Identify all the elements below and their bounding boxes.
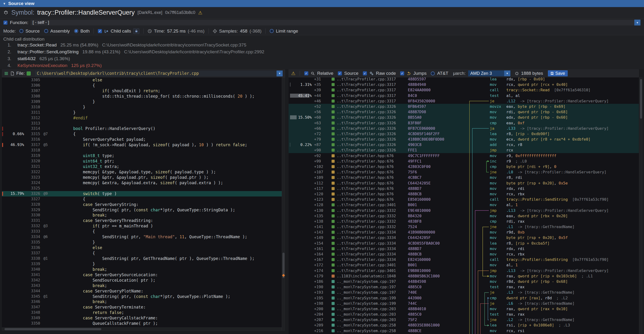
source-line-3343[interactable]: 3343 break;: [2, 283, 282, 289]
asm-row-+141[interactable]: +141..t\TracyProfiler.cpp:33327524jne.L1…: [288, 224, 639, 229]
source-line-3308[interactable]: 3308 std::this_thread::sleep_for( std::c…: [2, 94, 282, 99]
source-line-3321[interactable]: 3321 uint32_t extra;: [2, 164, 282, 169]
source-location[interactable]: ..1103\include\atomic:1048: [337, 273, 396, 279]
asm-row-+186[interactable]: +186.._mon\TracySystem.cpp:197448B4598mo…: [288, 279, 639, 284]
child-calls-checkbox[interactable]: ✓: [98, 29, 102, 33]
asm-row-+130[interactable]: +130..t\TracyProfiler.cpp:3332E9E4010000…: [288, 208, 639, 213]
chevron-down-icon[interactable]: ▼: [504, 71, 510, 76]
source-line-3346[interactable]: 3346 break;: [2, 299, 282, 305]
source-location[interactable]: ..t\TracyProfiler.cpp:3332: [337, 213, 396, 219]
source-location[interactable]: ..t\TracyProfiler.hpp:676: [337, 175, 394, 180]
asm-row-+138[interactable]: +138..t\TracyProfiler.cpp:3332483BF8cmpr…: [288, 219, 639, 224]
source-line-3305[interactable]: 3305 else: [2, 77, 282, 83]
asm-row-+149[interactable]: +149..t\TracyProfiler.cpp:3334C64424205F…: [288, 235, 639, 240]
asm-row-+195[interactable]: +195.._mon\TracySystem.cpp:199443900cmpd…: [288, 295, 639, 301]
chevron-down-icon[interactable]: ▼: [634, 19, 640, 25]
asm-row-+135[interactable]: +135..t\TracyProfiler.cpp:33328B4320move…: [288, 213, 639, 219]
source-line-3337[interactable]: 3337 {: [2, 251, 282, 256]
source-location[interactable]: ..t\TracyProfiler.cpp:3326: [337, 104, 396, 109]
scrollbar-thumb[interactable]: [4, 328, 101, 330]
child-call-entry[interactable]: 4. KeSynchronizeExecution 125 μs (0.27%): [3, 63, 644, 69]
limit-range-label[interactable]: Limit range: [276, 28, 298, 34]
asm-row-+154[interactable]: +154..t\TracyProfiler.cpp:33344C8D055FBA…: [288, 241, 639, 246]
lock-button[interactable]: [133, 28, 139, 34]
asm-row-+209[interactable]: +209.._mon\TracySystem.cpp:258488D35E886…: [288, 323, 639, 328]
source-location[interactable]: ..t\TracyProfiler.hpp:676: [337, 180, 394, 186]
source-location[interactable]: .._mon\TracySystem.cpp:197: [337, 284, 396, 290]
asm-row-+198[interactable]: +198.._mon\TracySystem.cpp:199744Cje.L6 …: [288, 301, 639, 306]
source-location[interactable]: ..t\TracyProfiler.cpp:3326: [337, 137, 396, 142]
att-label[interactable]: AT&T: [437, 71, 448, 76]
source-line-3328[interactable]: 3328 case ServerQueryString:: [2, 202, 282, 207]
source-line-3316[interactable]: 3316 ServerQueryPacket payload;: [2, 137, 282, 142]
source-line-3331[interactable]: 3331 case ServerQueryThreadString:: [2, 218, 282, 223]
asm-row-+172[interactable]: +172..t\TracyProfiler.cpp:3401B001moval,…: [288, 262, 639, 268]
source-line-3314[interactable]: 3314bool Profiler::HandleServerQuery(): [2, 126, 282, 131]
source-line-3338[interactable]: 3338@1 SendString( ptr, GetThreadName( p…: [2, 256, 282, 261]
source-location[interactable]: ..t\TracyProfiler.cpp:3317: [337, 93, 396, 98]
source-location[interactable]: ..t\TracyProfiler.cpp:3334: [337, 251, 396, 257]
source-horizontal-scrollbar[interactable]: [2, 328, 282, 331]
list-icon[interactable]: [4, 71, 8, 76]
source-location[interactable]: ..t\TracyProfiler.cpp:3326: [337, 120, 396, 126]
source-line-3344[interactable]: 3344 case ServerQueryPlotName:: [2, 289, 282, 294]
source-line-3333[interactable]: 3333 {: [2, 229, 282, 234]
source-location[interactable]: .._mon\TracySystem.cpp:258: [337, 323, 396, 328]
asm-warning-icon[interactable]: ⚠: [291, 71, 296, 76]
chevron-down-icon[interactable]: ▼: [276, 71, 283, 76]
raw-code-checkbox[interactable]: ✓: [363, 71, 367, 75]
source-line-3329[interactable]: 3329 SendString( ptr, (const char*)ptr, …: [2, 207, 282, 213]
collapse-icon[interactable]: ▼: [3, 2, 6, 5]
source-line-3315[interactable]: 0.66%3315@7{: [2, 131, 282, 137]
mode-radio-assembly-label[interactable]: Assembly: [50, 28, 70, 34]
source-location[interactable]: ..t\TracyProfiler.hpp:676: [337, 153, 394, 159]
asm-row-+143[interactable]: +143..t\TracyProfiler.cpp:333441B90B0000…: [288, 229, 639, 235]
source-location[interactable]: ..t\TracyProfiler.cpp:3401: [337, 202, 396, 208]
source-location[interactable]: ..t\TracyProfiler.cpp:3326: [337, 109, 396, 115]
source-location[interactable]: .._mon\TracySystem.cpp:197: [337, 290, 396, 295]
child-calls-label[interactable]: Child calls: [110, 28, 131, 34]
source-location[interactable]: ..t\TracyProfiler.cpp:3334: [337, 229, 396, 235]
asm-row-+200[interactable]: +200.._mon\TracySystem.cpp:203488B4010mo…: [288, 306, 639, 312]
source-line-3347[interactable]: 3347 case ServerQueryTerminate:: [2, 305, 282, 310]
child-call-entry[interactable]: 3. stat64i32 625 μs (1.36%): [3, 56, 644, 63]
asm-row-+102[interactable]: +102..t\TracyProfiler.hpp:67642803C0F00c…: [288, 164, 639, 169]
limit-range-toggle[interactable]: [270, 29, 274, 33]
child-call-entry[interactable]: 2. tracy::Profiler::SendLongString 19.88…: [3, 49, 644, 56]
asm-row-+60[interactable]: 15.50%+60..t\TracyProfiler.cpp:33268B55A…: [288, 115, 639, 120]
asm-row-+52[interactable]: +52..t\TracyProfiler.cpp:33260FB64597mov…: [288, 104, 639, 109]
source-line-3342[interactable]: 3342 SendSourceLocation( ptr );: [2, 278, 282, 283]
source-location[interactable]: ..t\TracyProfiler.cpp:3317: [337, 82, 396, 87]
source-location[interactable]: ..t\TracyProfiler.cpp:3332: [337, 219, 396, 224]
asm-row-+207[interactable]: +207.._mon\TracySystem.cpp:20375F2jne.L2…: [288, 317, 639, 323]
source-location[interactable]: ..t\TracyProfiler.cpp:3326: [337, 148, 396, 153]
asm-row-+128[interactable]: +128..t\TracyProfiler.cpp:3401B001moval,…: [288, 202, 639, 208]
source-line-3345[interactable]: 3345@1 SendString( ptr, (const char*)ptr…: [2, 294, 282, 299]
child-call-entry[interactable]: 1. tracy::Socket::Read 25.25 ms (54.89%)…: [3, 42, 644, 49]
file-selector[interactable]: C:\Users\wolf\Desktop\darkrl\contrib\tra…: [34, 70, 283, 77]
asm-row-+193[interactable]: +193.._mon\TracySystem.cpp:197740Eje.L3 …: [288, 290, 639, 295]
source-location[interactable]: ..t\TracyProfiler.cpp:3334: [337, 257, 396, 262]
source-location[interactable]: .._mon\TracySystem.cpp:199: [337, 301, 396, 306]
source-line-3327[interactable]: 3327 {: [2, 196, 282, 202]
asm-row-+90[interactable]: +90..t\TracyProfiler.cpp:3326FFE1jmprcx: [288, 148, 639, 153]
relative-checkbox[interactable]: ✓: [304, 71, 308, 75]
relative-label[interactable]: Relative: [317, 71, 334, 76]
source-line-3318[interactable]: 3318: [2, 148, 282, 153]
source-location[interactable]: ..t\TracyProfiler.cpp:3401: [337, 262, 396, 268]
mode-radio-both-label[interactable]: Both: [80, 28, 90, 34]
source-line-3334[interactable]: 3334@6 SendString( ptr, "Main thread", 1…: [2, 234, 282, 240]
source-location[interactable]: ..t\TracyProfiler.cpp:3326: [337, 126, 396, 131]
source-location[interactable]: ..t\TracyProfiler.cpp:3317: [337, 98, 396, 104]
source-line-3341[interactable]: 3341 case ServerQuerySourceLocation:: [2, 272, 282, 278]
assembly-vertical-scrollbar[interactable]: [639, 77, 642, 334]
asm-row-+66[interactable]: +66..t\TracyProfiler.cpp:33260F87CE06000…: [288, 126, 639, 131]
asm-row-+123[interactable]: +123..t\TracyProfiler.hpp:676E850160000c…: [288, 197, 639, 202]
source-location[interactable]: ..t\TracyProfiler.cpp:3332: [337, 208, 396, 213]
source-line-3330[interactable]: 3330 break;: [2, 212, 282, 218]
source-line-3319[interactable]: 3319 uint8_t type;: [2, 153, 282, 159]
asm-row-+46[interactable]: +46..t\TracyProfiler.cpp:33170F843502000…: [288, 98, 639, 104]
asm-row-+87[interactable]: 0.22%+87..t\TracyProfiler.cpp:33264903C8…: [288, 142, 639, 148]
source-line-3340[interactable]: 3340 break;: [2, 267, 282, 272]
mode-radio-assembly[interactable]: [44, 29, 48, 33]
